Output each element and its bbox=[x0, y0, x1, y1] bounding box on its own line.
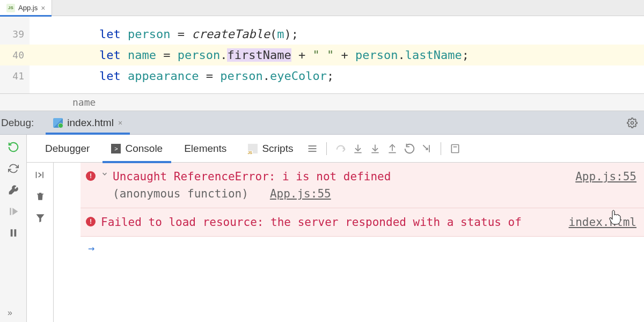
svg-marker-2 bbox=[12, 208, 18, 215]
source-link[interactable]: index.html bbox=[558, 214, 636, 231]
scroll-to-end-icon[interactable] bbox=[34, 169, 46, 181]
close-icon[interactable]: × bbox=[118, 119, 122, 127]
tab-elements[interactable]: Elements bbox=[175, 135, 235, 163]
source-link[interactable]: App.js:55 bbox=[565, 168, 636, 185]
rerun-icon[interactable] bbox=[8, 141, 19, 153]
code-area[interactable]: let person = createTable(m);let name = p… bbox=[30, 16, 644, 93]
svg-point-0 bbox=[631, 121, 634, 124]
calculator-icon[interactable] bbox=[449, 142, 462, 155]
console-body: !Uncaught ReferenceError: i is not defin… bbox=[27, 163, 644, 322]
step-over-icon[interactable] bbox=[334, 142, 347, 155]
debug-label: Debug: bbox=[0, 117, 46, 129]
debug-panel-tabs: Debugger > Console Elements Scripts bbox=[27, 135, 644, 163]
editor-tabbar: JS App.js × bbox=[0, 0, 644, 16]
console-output[interactable]: !Uncaught ReferenceError: i is not defin… bbox=[80, 163, 644, 322]
js-file-icon: JS bbox=[6, 4, 15, 12]
tab-debugger[interactable]: Debugger bbox=[36, 135, 98, 163]
wrench-icon[interactable] bbox=[8, 184, 19, 196]
console-prompt[interactable]: → bbox=[80, 237, 644, 259]
tab-label: Console bbox=[125, 143, 163, 155]
step-out-icon[interactable] bbox=[386, 142, 399, 155]
console-error[interactable]: !Uncaught ReferenceError: i is not defin… bbox=[80, 163, 644, 208]
debug-left-rail: » bbox=[0, 135, 27, 322]
step-into-2-icon[interactable] bbox=[369, 142, 382, 155]
error-message: Uncaught ReferenceError: i is not define… bbox=[113, 170, 391, 183]
console-gutter bbox=[54, 163, 80, 322]
stack-frame: (anonymous function)App.js:55 bbox=[113, 185, 565, 202]
separator bbox=[326, 142, 327, 155]
error-icon: ! bbox=[86, 217, 96, 226]
drop-frame-icon[interactable] bbox=[420, 142, 433, 155]
error-message: Failed to load resource: the server resp… bbox=[101, 216, 522, 229]
debug-main-panel: Debugger > Console Elements Scripts bbox=[27, 135, 644, 322]
svg-marker-25 bbox=[36, 214, 44, 222]
debug-tool-panel: » Debugger > Console Elements Scripts bbox=[0, 135, 644, 322]
debug-session-label: index.html bbox=[67, 117, 114, 129]
gear-icon[interactable] bbox=[626, 116, 639, 129]
svg-rect-1 bbox=[10, 208, 11, 215]
tab-label: Elements bbox=[184, 143, 226, 155]
breadcrumb[interactable]: name bbox=[0, 94, 644, 111]
tab-label: Scripts bbox=[262, 143, 293, 155]
pause-icon[interactable] bbox=[8, 227, 19, 239]
source-link[interactable]: App.js:55 bbox=[270, 187, 331, 200]
scripts-icon bbox=[248, 144, 258, 153]
svg-rect-15 bbox=[452, 144, 459, 152]
chevron-down-icon[interactable] bbox=[101, 170, 108, 178]
debug-toolwindow-header: Debug: index.html × bbox=[0, 111, 644, 135]
debug-session-tab[interactable]: index.html × bbox=[46, 111, 130, 135]
separator bbox=[441, 142, 441, 155]
svg-rect-4 bbox=[14, 229, 16, 237]
code-editor[interactable]: 394041 let person = createTable(m);let n… bbox=[0, 16, 644, 94]
svg-rect-3 bbox=[10, 229, 12, 237]
error-icon: ! bbox=[86, 171, 96, 181]
step-into-icon[interactable] bbox=[352, 142, 364, 155]
line-gutter: 394041 bbox=[0, 16, 30, 93]
editor-tab-label: App.js bbox=[18, 4, 38, 12]
refresh-icon[interactable] bbox=[8, 163, 19, 174]
console-icon: > bbox=[111, 144, 121, 153]
breadcrumb-item[interactable]: name bbox=[72, 97, 96, 108]
filter-icon[interactable] bbox=[34, 212, 46, 224]
close-icon[interactable]: × bbox=[41, 4, 45, 12]
console-rail bbox=[27, 163, 54, 322]
resume-icon[interactable] bbox=[8, 206, 19, 217]
run-to-cursor-icon[interactable] bbox=[403, 142, 416, 155]
tab-label: Debugger bbox=[45, 143, 90, 155]
tab-console[interactable]: > Console bbox=[103, 135, 171, 163]
list-icon[interactable] bbox=[306, 142, 319, 155]
editor-tab-appjs[interactable]: JS App.js × bbox=[0, 0, 52, 16]
trash-icon[interactable] bbox=[34, 191, 46, 202]
console-error[interactable]: !Failed to load resource: the server res… bbox=[80, 208, 644, 237]
expand-icon[interactable]: » bbox=[8, 308, 12, 318]
tab-scripts[interactable]: Scripts bbox=[239, 135, 302, 163]
html-run-icon bbox=[53, 118, 63, 128]
